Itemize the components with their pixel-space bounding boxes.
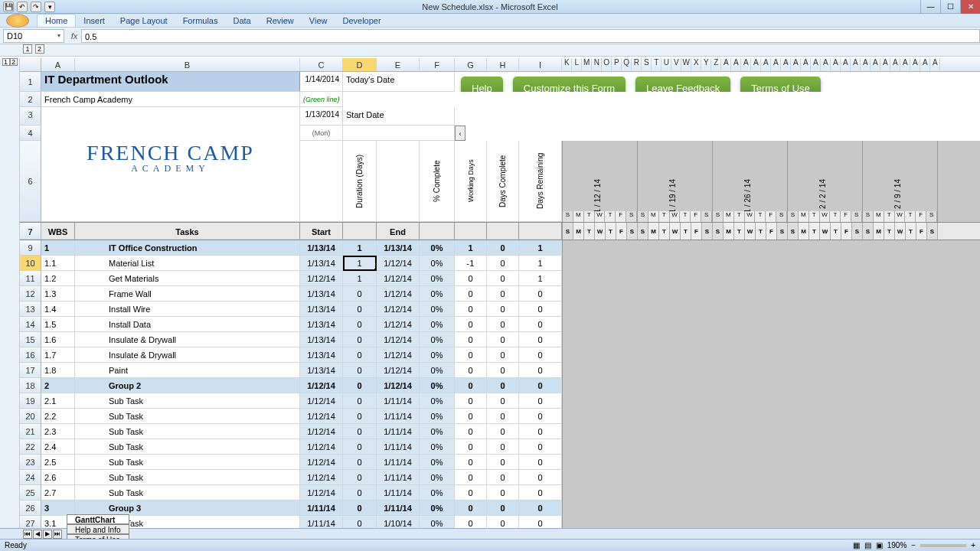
table-row[interactable]: 252.7Sub Task1/12/1401/11/140%000	[20, 485, 980, 500]
col-header-E[interactable]: E	[377, 58, 420, 71]
row-header-16[interactable]: 16	[20, 347, 41, 363]
ribbon-tab-home[interactable]: Home	[37, 14, 76, 27]
table-row[interactable]: 242.6Sub Task1/12/1401/11/140%000	[20, 470, 980, 485]
cell-todays-label[interactable]: Today's Date	[343, 72, 455, 92]
row-header-17[interactable]: 17	[20, 363, 41, 378]
outline-col-1[interactable]: 1	[23, 44, 32, 54]
save-icon[interactable]: 💾	[3, 2, 14, 12]
ribbon-tab-developer[interactable]: Developer	[335, 15, 388, 27]
tab-nav-next[interactable]: ▶	[43, 530, 52, 539]
ribbon-tab-data[interactable]: Data	[225, 15, 258, 27]
zoom-level[interactable]: 190%	[887, 541, 907, 549]
ribbon-tab-page-layout[interactable]: Page Layout	[113, 15, 175, 27]
row-header-22[interactable]: 22	[20, 439, 41, 455]
col-header-I[interactable]: I	[519, 58, 562, 71]
row-header-25[interactable]: 25	[20, 485, 41, 500]
cell-todays-date[interactable]: 1/14/2014	[300, 72, 343, 92]
fx-icon[interactable]: fx	[67, 31, 81, 41]
active-cell[interactable]: 1	[343, 256, 377, 271]
minimize-button[interactable]: —	[920, 0, 940, 14]
row-header-1[interactable]: 1	[20, 72, 41, 92]
row-header-14[interactable]: 14	[20, 317, 41, 332]
cell-subtitle[interactable]: French Camp Academy	[41, 92, 300, 107]
ribbon-tab-review[interactable]: Review	[259, 15, 302, 27]
tab-nav-first[interactable]: ⏮	[23, 530, 32, 539]
office-button[interactable]	[6, 14, 29, 28]
view-normal-icon[interactable]: ▦	[853, 541, 860, 549]
table-row[interactable]: 101.1Material List1/13/1411/12/140%-101	[20, 256, 980, 271]
cell-start-label[interactable]: Start Date	[343, 107, 455, 126]
table-row[interactable]: 131.4Install Wire1/13/1401/12/140%000	[20, 302, 980, 317]
name-box[interactable]: D10	[3, 29, 64, 43]
outline-col-2[interactable]: 2	[35, 44, 44, 54]
row-header-3[interactable]: 3	[20, 107, 41, 126]
ribbon-tab-insert[interactable]: Insert	[76, 15, 113, 27]
customize-button[interactable]: Customize this Form	[513, 77, 626, 92]
col-header-D[interactable]: D	[343, 58, 377, 71]
table-row[interactable]: 212.3Sub Task1/12/1401/11/140%000	[20, 424, 980, 439]
zoom-out-icon[interactable]: −	[911, 541, 916, 549]
row-header-26[interactable]: 26	[20, 500, 41, 516]
table-row[interactable]: 182Group 21/12/1401/12/140%000	[20, 378, 980, 393]
formula-input[interactable]: 0.5	[81, 29, 980, 43]
zoom-slider[interactable]	[920, 544, 966, 547]
table-row[interactable]: 141.5Install Data1/13/1401/12/140%000	[20, 317, 980, 332]
table-row[interactable]: 222.4Sub Task1/12/1401/11/140%000	[20, 439, 980, 455]
row-header-20[interactable]: 20	[20, 409, 41, 424]
spreadsheet-grid[interactable]: A B C D E F G H I KLMNOPQRSTUVWXYZAAAAAA…	[20, 58, 980, 528]
table-row[interactable]: 171.8Paint1/13/1401/12/140%000	[20, 363, 980, 378]
scroll-left-button[interactable]: ‹	[455, 126, 466, 141]
view-layout-icon[interactable]: ▤	[864, 541, 871, 549]
row-header-6[interactable]: 6	[20, 141, 41, 222]
table-row[interactable]: 111.2Get Materials1/12/1411/12/140%001	[20, 271, 980, 286]
row-header-27[interactable]: 27	[20, 516, 41, 528]
redo-icon[interactable]: ↷	[31, 2, 41, 12]
row-header-15[interactable]: 15	[20, 332, 41, 347]
undo-icon[interactable]: ↶	[17, 2, 28, 12]
row-header-21[interactable]: 21	[20, 424, 41, 439]
table-row[interactable]: 192.1Sub Task1/12/1401/11/140%000	[20, 393, 980, 409]
ribbon-tab-formulas[interactable]: Formulas	[175, 15, 226, 27]
table-row[interactable]: 151.6Insulate & Drywall1/13/1401/12/140%…	[20, 332, 980, 347]
row-header-9[interactable]: 9	[20, 240, 41, 256]
qat-more-icon[interactable]: ▾	[44, 2, 55, 12]
sheet-tab-ganttchart[interactable]: GanttChart	[67, 514, 129, 524]
col-header-B[interactable]: B	[75, 58, 300, 71]
row-header-7[interactable]: 7	[20, 223, 41, 240]
terms-button[interactable]: Terms of Use	[740, 77, 821, 92]
table-row[interactable]: 232.5Sub Task1/12/1401/11/140%000	[20, 455, 980, 470]
outline-row-1[interactable]: 1	[2, 58, 10, 66]
ribbon-tab-view[interactable]: View	[302, 15, 335, 27]
col-header-G[interactable]: G	[455, 58, 487, 71]
row-header-11[interactable]: 11	[20, 271, 41, 286]
row-header-2[interactable]: 2	[20, 92, 41, 107]
outline-row-2[interactable]: 2	[10, 58, 18, 66]
col-header-H[interactable]: H	[487, 58, 519, 71]
cell-green-line[interactable]: (Green line)	[300, 92, 343, 107]
table-row[interactable]: 263Group 31/11/1401/11/140%000	[20, 500, 980, 516]
row-header-23[interactable]: 23	[20, 455, 41, 470]
table-row[interactable]: 91IT Office Construction1/13/1411/13/140…	[20, 240, 980, 256]
close-button[interactable]: ✕	[960, 0, 980, 14]
sheet-tab-help-and-info[interactable]: Help and Info	[67, 524, 129, 534]
row-header-10[interactable]: 10	[20, 256, 41, 271]
col-header-C[interactable]: C	[300, 58, 343, 71]
table-row[interactable]: 273.1Sub Task1/11/1401/10/140%000	[20, 516, 980, 528]
col-header-A[interactable]: A	[41, 58, 75, 71]
table-row[interactable]: 161.7Insulate & Drywall1/13/1401/12/140%…	[20, 347, 980, 363]
table-row[interactable]: 202.2Sub Task1/12/1401/11/140%000	[20, 409, 980, 424]
view-break-icon[interactable]: ▣	[876, 541, 883, 549]
cell-start-date[interactable]: 1/13/2014	[300, 107, 343, 126]
row-header-4[interactable]: 4	[20, 126, 41, 141]
row-header-13[interactable]: 13	[20, 302, 41, 317]
tab-nav-prev[interactable]: ◀	[33, 530, 42, 539]
compressed-column-headers[interactable]: KLMNOPQRSTUVWXYZAAAAAAAAAAAAAAAAAAAAAA	[562, 58, 980, 71]
tab-nav-last[interactable]: ⏭	[53, 530, 62, 539]
cell-title[interactable]: IT Department Outlook	[41, 72, 300, 92]
row-header-18[interactable]: 18	[20, 378, 41, 393]
row-header-12[interactable]: 12	[20, 286, 41, 302]
feedback-button[interactable]: Leave Feedback	[635, 77, 730, 92]
row-header-19[interactable]: 19	[20, 393, 41, 409]
row-header-24[interactable]: 24	[20, 470, 41, 485]
cell-start-day[interactable]: (Mon)	[300, 126, 343, 141]
